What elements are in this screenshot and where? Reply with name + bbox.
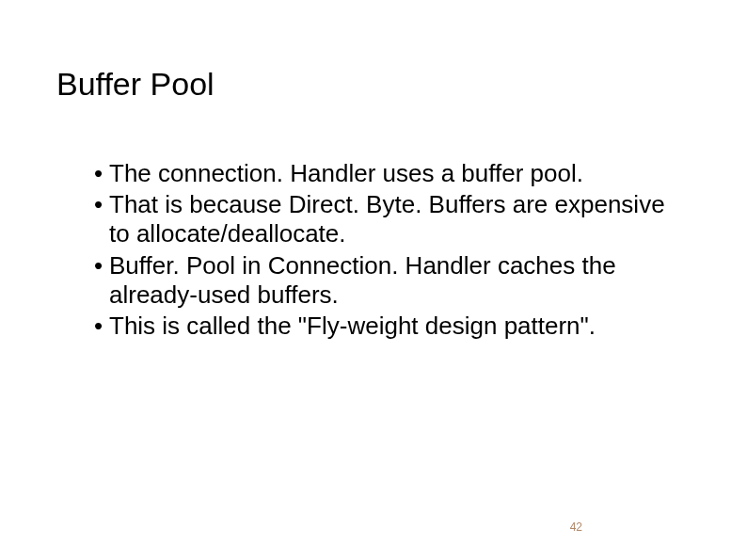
slide-content: The connection. Handler uses a buffer po… (56, 159, 691, 341)
page-number: 42 (570, 520, 582, 534)
bullet-point: Buffer. Pool in Connection. Handler cach… (94, 251, 691, 310)
slide-container: Buffer Pool The connection. Handler uses… (0, 0, 747, 560)
bullet-point: This is called the "Fly-weight design pa… (94, 312, 691, 341)
slide-title: Buffer Pool (56, 66, 691, 103)
bullet-point: That is because Direct. Byte. Buffers ar… (94, 190, 691, 248)
bullet-point: The connection. Handler uses a buffer po… (94, 159, 691, 188)
